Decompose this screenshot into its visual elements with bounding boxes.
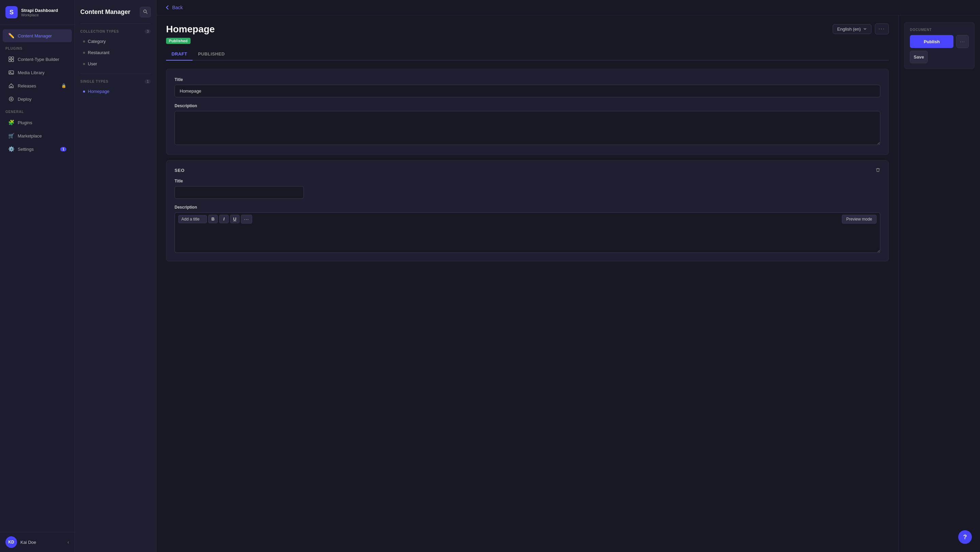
bold-button[interactable]: B xyxy=(208,215,218,223)
description-field-group: Description xyxy=(175,103,880,146)
sidebar-item-content-type-builder[interactable]: Content-Type Builder xyxy=(3,53,72,66)
collection-types-header: COLLECTION TYPES 3 xyxy=(75,26,156,36)
sidebar-label-media-library: Media Library xyxy=(18,70,45,75)
tab-published[interactable]: PUBLISHED xyxy=(192,48,231,60)
sidebar-label-content-manager: Content Manager xyxy=(18,33,52,38)
seo-description-textarea[interactable] xyxy=(175,226,880,253)
sidebar-item-releases[interactable]: Releases 🔒 xyxy=(3,79,72,92)
settings-badge: 1 xyxy=(60,147,66,151)
sidebar-nav: ✏️ Content Manager PLUGINS Content-Type … xyxy=(0,25,75,532)
panel-item-label-restaurant: Restaurant xyxy=(88,50,110,55)
document-more-button[interactable]: ··· xyxy=(956,35,969,48)
homepage-dot xyxy=(83,91,85,92)
page-title-left: Homepage Published xyxy=(166,24,215,44)
content-manager-icon: ✏️ xyxy=(8,33,14,39)
back-button[interactable]: Back xyxy=(165,5,183,10)
sidebar-item-settings[interactable]: ⚙️ Settings 1 xyxy=(3,143,72,156)
right-sidebar: DOCUMENT Publish ··· Save xyxy=(898,15,980,552)
page-title-right: English (en) ··· xyxy=(833,24,889,34)
panel-item-restaurant[interactable]: Restaurant xyxy=(78,47,153,58)
panel-search-button[interactable] xyxy=(140,7,151,17)
publish-button[interactable]: Publish xyxy=(910,35,953,48)
brand-subtitle: Workplace xyxy=(21,13,58,17)
seo-title-label: Title xyxy=(175,179,880,183)
seo-description-label: Description xyxy=(175,205,880,210)
form-area: Homepage Published English (en) ··· DRAF… xyxy=(156,15,898,552)
releases-icon xyxy=(8,83,14,89)
marketplace-icon: 🛒 xyxy=(8,133,14,139)
seo-delete-button[interactable] xyxy=(875,167,880,173)
italic-button[interactable]: I xyxy=(219,215,229,223)
brand-name: Strapi Dashboard xyxy=(21,8,58,13)
main-form-card: Title Description xyxy=(166,69,889,155)
main-content: Back Homepage Published English (en) ··· xyxy=(156,0,980,552)
save-button[interactable]: Save xyxy=(910,51,928,63)
sidebar-item-marketplace[interactable]: 🛒 Marketplace xyxy=(3,129,72,142)
seo-description-field-group: Description Add a title B I U ··· Previe… xyxy=(175,205,880,254)
seo-header: SEO xyxy=(175,167,880,173)
seo-section-title: SEO xyxy=(175,168,185,173)
help-button[interactable]: ? xyxy=(958,530,972,544)
tab-draft[interactable]: DRAFT xyxy=(166,48,192,60)
description-textarea[interactable] xyxy=(175,111,880,145)
title-field-label: Title xyxy=(175,77,880,82)
svg-rect-2 xyxy=(9,60,11,62)
deploy-icon xyxy=(8,96,14,102)
avatar: KD xyxy=(5,536,17,548)
seo-title-field-group: Title xyxy=(175,179,880,199)
single-types-count: 1 xyxy=(145,79,151,84)
collapse-sidebar-button[interactable]: ‹ xyxy=(67,539,69,545)
brand-icon: S xyxy=(5,6,18,18)
underline-button[interactable]: U xyxy=(230,215,240,223)
main-body: Homepage Published English (en) ··· DRAF… xyxy=(156,15,980,552)
general-section-label: GENERAL xyxy=(0,106,75,116)
plugins-section-label: PLUGINS xyxy=(0,43,75,52)
sidebar-footer: KD Kai Doe ‹ xyxy=(0,532,75,552)
document-card: DOCUMENT Publish ··· Save xyxy=(904,22,975,69)
panel-item-category[interactable]: Category xyxy=(78,36,153,47)
heading-select[interactable]: Add a title xyxy=(178,215,207,223)
settings-icon: ⚙️ xyxy=(8,146,14,152)
seo-section: SEO Title Description Add a title xyxy=(166,160,889,261)
content-type-builder-icon xyxy=(8,56,14,62)
preview-mode-button[interactable]: Preview mode xyxy=(842,215,877,224)
sidebar-label-releases: Releases xyxy=(18,83,36,89)
sidebar-item-media-library[interactable]: Media Library xyxy=(3,66,72,79)
single-types-header: SINGLE TYPES 1 xyxy=(75,76,156,86)
collection-types-label: COLLECTION TYPES xyxy=(80,30,119,33)
language-label: English (en) xyxy=(837,27,861,32)
seo-title-input[interactable] xyxy=(175,186,304,199)
svg-rect-1 xyxy=(11,57,14,59)
rich-text-toolbar: Add a title B I U ··· Preview mode xyxy=(175,212,880,226)
panel-item-label-user: User xyxy=(88,61,97,66)
brand-area: S Strapi Dashboard Workplace xyxy=(0,0,75,25)
user-name: Kai Doe xyxy=(21,540,36,545)
content-panel: Content Manager COLLECTION TYPES 3 Categ… xyxy=(75,0,156,552)
sidebar-item-deploy[interactable]: Deploy xyxy=(3,92,72,105)
panel-header: Content Manager xyxy=(75,0,156,21)
title-field-group: Title xyxy=(175,77,880,97)
more-options-button[interactable]: ··· xyxy=(875,24,889,34)
restaurant-dot xyxy=(83,52,85,54)
svg-rect-0 xyxy=(9,57,11,59)
toolbar-more-button[interactable]: ··· xyxy=(241,215,252,224)
sidebar-item-content-manager[interactable]: ✏️ Content Manager xyxy=(3,29,72,42)
panel-title: Content Manager xyxy=(80,8,137,16)
releases-lock-icon: 🔒 xyxy=(61,83,66,88)
title-input[interactable] xyxy=(175,85,880,97)
sidebar-item-plugins[interactable]: 🧩 Plugins xyxy=(3,116,72,129)
panel-item-homepage[interactable]: Homepage xyxy=(78,86,153,97)
document-section-title: DOCUMENT xyxy=(910,28,969,32)
svg-point-7 xyxy=(143,10,146,13)
sidebar-label-content-type-builder: Content-Type Builder xyxy=(18,57,59,62)
sidebar: S Strapi Dashboard Workplace ✏️ Content … xyxy=(0,0,75,552)
panel-item-label-category: Category xyxy=(88,39,106,44)
tabs-row: DRAFT PUBLISHED xyxy=(166,48,889,60)
language-selector[interactable]: English (en) xyxy=(833,24,871,34)
brand-text: Strapi Dashboard Workplace xyxy=(21,8,58,17)
page-title: Homepage xyxy=(166,24,215,35)
panel-item-user[interactable]: User xyxy=(78,59,153,69)
user-dot xyxy=(83,63,85,65)
top-bar: Back xyxy=(156,0,980,15)
category-dot xyxy=(83,40,85,43)
